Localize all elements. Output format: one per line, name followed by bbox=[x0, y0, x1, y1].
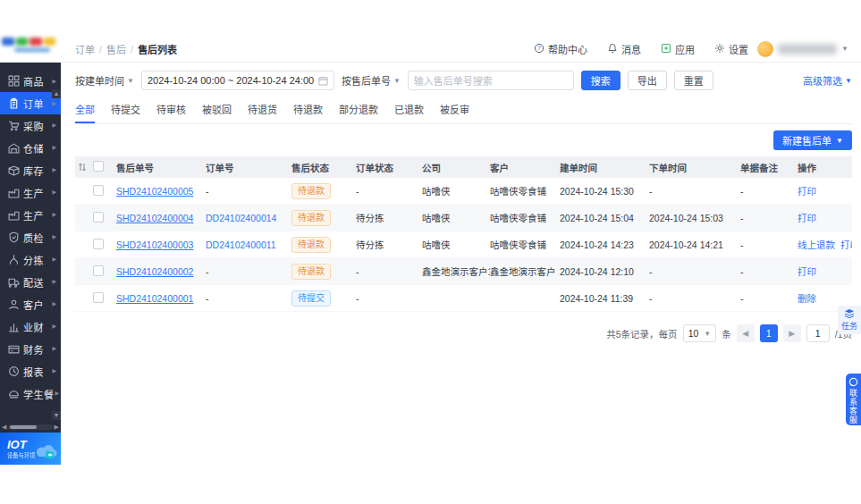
date-range-input[interactable]: 2024-10-24 00:00 ~ 2024-10-24 24:00 bbox=[141, 71, 334, 90]
page-size-select[interactable]: 10 ▼ bbox=[683, 324, 717, 342]
row-checkbox[interactable] bbox=[93, 292, 116, 305]
sidebar-item-配送[interactable]: 配送▶ bbox=[0, 271, 61, 293]
scrollbar-thumb[interactable] bbox=[10, 425, 37, 429]
action-link-打印[interactable]: 打印 bbox=[798, 211, 816, 224]
sidebar-horizontal-scrollbar[interactable]: ◀ ▶ bbox=[2, 424, 59, 431]
user-name-redacted bbox=[778, 44, 837, 55]
scroll-right-icon[interactable]: ▶ bbox=[55, 424, 59, 431]
shield-icon bbox=[8, 231, 20, 243]
cart-icon bbox=[8, 120, 20, 131]
chevron-down-icon: ▼ bbox=[704, 330, 711, 338]
tab-待退货[interactable]: 待退货 bbox=[248, 98, 277, 123]
chevron-right-icon: ▶ bbox=[52, 122, 56, 129]
sidebar-scroll-down[interactable]: ▼ bbox=[52, 411, 61, 420]
row-checkbox[interactable] bbox=[93, 185, 116, 197]
actions-cell: 删除 bbox=[798, 291, 852, 305]
task-widget[interactable]: 任务 bbox=[838, 306, 861, 334]
order-number: - bbox=[206, 266, 291, 277]
contact-service-tab[interactable]: 联系客服 bbox=[846, 374, 861, 425]
tab-待退款[interactable]: 待退款 bbox=[293, 98, 323, 123]
action-link-删除[interactable]: 删除 bbox=[798, 291, 816, 305]
chevron-right-icon: ▶ bbox=[52, 256, 56, 263]
topbar-action-消息[interactable]: 消息 bbox=[607, 42, 641, 56]
new-aftersale-button[interactable]: 新建售后单 ▼ bbox=[773, 130, 852, 150]
sidebar-item-报表[interactable]: 报表▶ bbox=[0, 360, 61, 382]
order-number-link[interactable]: DD24102400011 bbox=[206, 239, 291, 250]
topbar: 订单/售后/售后列表 ?帮助中心消息应用设置 ▼ bbox=[0, 36, 861, 63]
chevron-right-icon: ▶ bbox=[52, 167, 56, 173]
advanced-filter-toggle[interactable]: 高级筛选 ▼ bbox=[803, 73, 852, 88]
aftersale-number-link[interactable]: SHD24102400002 bbox=[116, 266, 206, 277]
prev-page-button[interactable]: ◀ bbox=[737, 324, 755, 342]
table-row: SHD24102400005-待退款-咕噜侠咕噜侠零食铺2024-10-24 1… bbox=[75, 178, 852, 205]
chevron-right-icon: ▶ bbox=[52, 346, 56, 352]
search-button[interactable]: 搜索 bbox=[581, 71, 620, 90]
table-row: SHD24102400002-待退款-鑫金地演示客户1鑫金地演示客户2024-1… bbox=[75, 258, 852, 285]
actions-cell: 打印 bbox=[798, 265, 852, 278]
order-number-link[interactable]: DD24102400014 bbox=[206, 213, 291, 223]
avatar bbox=[757, 41, 773, 57]
select-all-checkbox[interactable] bbox=[93, 161, 116, 173]
actions-cell: 打印 bbox=[798, 184, 852, 197]
iot-banner[interactable]: IOT 设备与环境 bbox=[0, 433, 61, 465]
tab-被驳回[interactable]: 被驳回 bbox=[202, 98, 232, 123]
search-input[interactable]: 输入售后单号搜索 bbox=[408, 71, 574, 90]
action-link-线上退款[interactable]: 线上退款 bbox=[798, 238, 835, 251]
date-type-select[interactable]: 按建单时间 ▼ bbox=[75, 73, 134, 88]
action-link-打印[interactable]: 打印 bbox=[798, 265, 816, 278]
column-sort-icon[interactable] bbox=[75, 163, 93, 172]
search-type-select[interactable]: 按售后单号 ▼ bbox=[342, 73, 401, 88]
aftersale-number-link[interactable]: SHD24102400004 bbox=[116, 213, 206, 223]
aftersale-status-cell: 待退款 bbox=[291, 183, 356, 199]
topbar-action-设置[interactable]: 设置 bbox=[714, 42, 748, 56]
export-button[interactable]: 导出 bbox=[628, 71, 667, 90]
gear-icon bbox=[714, 43, 725, 55]
aftersale-number-link[interactable]: SHD24102400005 bbox=[116, 186, 206, 197]
page-jump-input[interactable]: 1 bbox=[806, 324, 830, 342]
sidebar-item-质检[interactable]: 质检▶ bbox=[0, 226, 61, 248]
sidebar-item-采购[interactable]: 采购▶ bbox=[0, 114, 61, 137]
page-number-button[interactable]: 1 bbox=[760, 324, 778, 342]
topbar-action-帮助中心[interactable]: ?帮助中心 bbox=[534, 42, 587, 56]
tab-待提交[interactable]: 待提交 bbox=[111, 98, 140, 123]
ordered-time-cell: - bbox=[649, 186, 740, 197]
sidebar-item-学生餐[interactable]: 学生餐▶ bbox=[0, 382, 61, 405]
row-checkbox[interactable] bbox=[93, 212, 116, 224]
chart-icon bbox=[8, 321, 20, 332]
sidebar-item-财务[interactable]: 财务▶ bbox=[0, 338, 61, 360]
tab-待审核[interactable]: 待审核 bbox=[156, 98, 186, 123]
bell-icon bbox=[607, 43, 618, 55]
sidebar-item-生产[interactable]: 生产▶ bbox=[0, 181, 61, 204]
sidebar-item-业财[interactable]: 业财▶ bbox=[0, 315, 61, 338]
breadcrumb-item[interactable]: 订单 bbox=[75, 42, 95, 56]
table-header: 售后单号订单号售后状态订单状态公司客户建单时间下单时间单据备注操作 bbox=[75, 156, 852, 178]
sidebar: ▲ ▼ 商品▶订单▶采购▶仓储▶库存▶生产▶生产▶质检▶分拣▶配送▶客户▶业财▶… bbox=[0, 63, 61, 465]
clipboard-icon bbox=[8, 97, 20, 109]
sidebar-item-客户[interactable]: 客户▶ bbox=[0, 293, 61, 315]
action-link-打印[interactable]: 打印 bbox=[798, 184, 816, 197]
aftersale-number-link[interactable]: SHD24102400001 bbox=[116, 293, 206, 304]
chevron-right-icon: ▶ bbox=[52, 100, 56, 106]
user-menu[interactable]: ▼ bbox=[757, 41, 848, 57]
row-checkbox[interactable] bbox=[93, 239, 116, 251]
breadcrumb-item[interactable]: 售后 bbox=[106, 42, 126, 56]
aftersale-number-link[interactable]: SHD24102400003 bbox=[116, 239, 206, 250]
tab-部分退款[interactable]: 部分退款 bbox=[339, 98, 378, 123]
sidebar-item-仓储[interactable]: 仓储▶ bbox=[0, 137, 61, 159]
row-checkbox[interactable] bbox=[93, 265, 116, 278]
action-link-打印[interactable]: 打印 bbox=[840, 238, 852, 251]
reset-button[interactable]: 重置 bbox=[674, 71, 713, 90]
next-page-button[interactable]: ▶ bbox=[783, 324, 801, 342]
sidebar-item-库存[interactable]: 库存▶ bbox=[0, 159, 61, 181]
sidebar-item-分拣[interactable]: 分拣▶ bbox=[0, 248, 61, 271]
sidebar-item-生产[interactable]: 生产▶ bbox=[0, 204, 61, 226]
scroll-left-icon[interactable]: ◀ bbox=[2, 424, 6, 431]
column-header-售后状态: 售后状态 bbox=[291, 161, 356, 174]
topbar-action-应用[interactable]: 应用 bbox=[661, 42, 695, 56]
tab-被反审[interactable]: 被反审 bbox=[440, 98, 469, 123]
breadcrumb-item[interactable]: 售后列表 bbox=[138, 42, 177, 56]
tab-全部[interactable]: 全部 bbox=[75, 98, 95, 123]
calendar-icon bbox=[318, 76, 328, 86]
tab-已退款[interactable]: 已退款 bbox=[394, 98, 424, 123]
sidebar-scroll-up[interactable]: ▲ bbox=[52, 89, 61, 98]
